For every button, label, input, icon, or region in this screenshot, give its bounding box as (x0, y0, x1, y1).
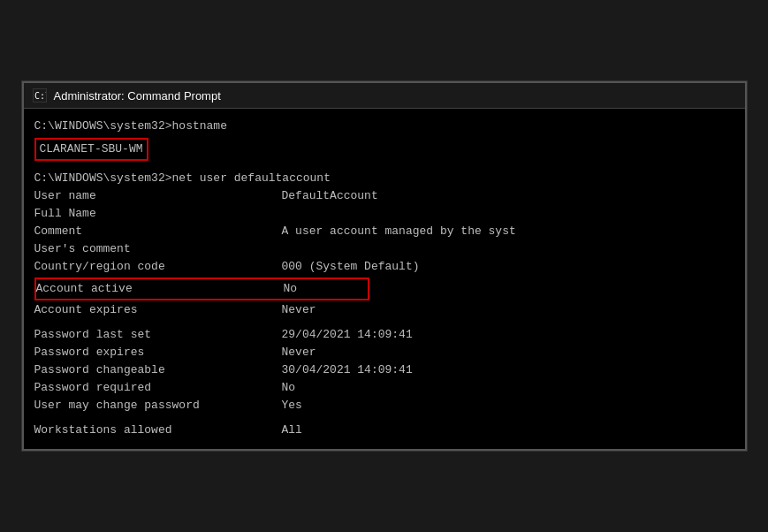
row-account-expires: Account expires Never (34, 301, 734, 319)
value-user-change-pw: Yes (282, 397, 302, 414)
cmd-netuser-command: C:\WINDOWS\system32>net user defaultacco… (34, 170, 734, 187)
label-pw-changeable: Password changeable (34, 361, 282, 379)
row-account-active: Account active No (36, 280, 298, 298)
row-fullname: Full Name (34, 205, 734, 223)
cmd-icon: C:\ (33, 88, 47, 103)
svg-text:C:\: C:\ (34, 91, 46, 101)
row-username: User name DefaultAccount (34, 187, 734, 205)
row-workstations: Workstations allowed All (34, 422, 734, 439)
value-pw-expires: Never (282, 344, 316, 361)
label-comment: Comment (34, 223, 282, 240)
hostname-value: CLARANET-SBU-WM (34, 138, 148, 161)
hostname-box-wrapper: CLARANET-SBU-WM (34, 136, 734, 163)
account-active-highlight: Account active No (34, 277, 370, 300)
label-country: Country/region code (34, 258, 282, 276)
row-user-change-pw: User may change password Yes (34, 397, 734, 414)
value-pw-changeable: 30/04/2021 14:09:41 (282, 361, 413, 379)
title-bar: C:\ Administrator: Command Prompt (24, 83, 745, 109)
value-account-expires: Never (282, 301, 316, 319)
value-workstations: All (282, 422, 302, 439)
row-pw-expires: Password expires Never (34, 344, 734, 361)
console-output: C:\WINDOWS\system32>hostname CLARANET-SB… (24, 109, 745, 448)
label-account-active: Account active (36, 280, 284, 298)
row-pw-changeable: Password changeable 30/04/2021 14:09:41 (34, 361, 734, 379)
value-country: 000 (System Default) (282, 258, 420, 276)
row-comment: Comment A user account managed by the sy… (34, 223, 734, 240)
label-username: User name (34, 187, 282, 205)
row-pw-lastset: Password last set 29/04/2021 14:09:41 (34, 326, 734, 344)
window-title: Administrator: Command Prompt (54, 89, 221, 103)
row-country: Country/region code 000 (System Default) (34, 258, 734, 276)
command-prompt-window: C:\ Administrator: Command Prompt C:\WIN… (22, 81, 747, 450)
label-account-expires: Account expires (34, 301, 282, 319)
value-account-active: No (284, 280, 298, 298)
value-comment: A user account managed by the syst (282, 223, 516, 240)
label-workstations: Workstations allowed (34, 422, 282, 439)
label-pw-lastset: Password last set (34, 326, 282, 344)
label-user-change-pw: User may change password (34, 397, 282, 414)
value-username: DefaultAccount (282, 187, 378, 205)
label-pw-expires: Password expires (34, 344, 282, 361)
cmd-hostname-command: C:\WINDOWS\system32>hostname (34, 118, 734, 135)
label-pw-required: Password required (34, 379, 282, 397)
label-fullname: Full Name (34, 205, 282, 223)
value-pw-required: No (282, 379, 296, 397)
row-users-comment: User's comment (34, 240, 734, 258)
row-pw-required: Password required No (34, 379, 734, 397)
label-users-comment: User's comment (34, 240, 282, 258)
value-pw-lastset: 29/04/2021 14:09:41 (282, 326, 413, 344)
